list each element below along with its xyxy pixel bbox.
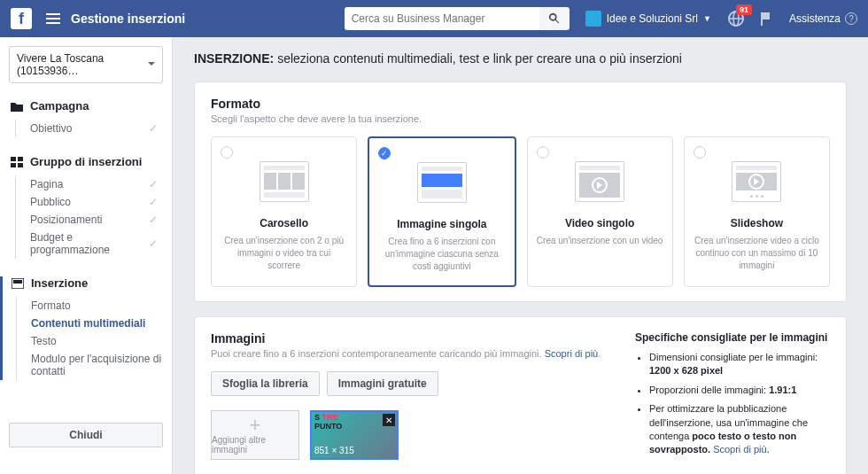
check-icon: ✓ <box>149 214 158 226</box>
learn-more-link[interactable]: Scopri di più <box>713 444 767 455</box>
nav-text[interactable]: Testo <box>31 332 163 350</box>
play-icon <box>592 177 608 193</box>
format-title: Formato <box>211 97 830 111</box>
menu-icon[interactable] <box>46 13 60 24</box>
search <box>345 7 570 30</box>
globe-icon[interactable]: 91 <box>727 10 745 27</box>
spec-item: Proporzioni delle immagini: 1.91:1 <box>649 384 830 397</box>
topbar-title: Gestione inserzioni <box>71 12 185 26</box>
add-image-button[interactable]: + Aggiungi altre immagini <box>211 410 299 460</box>
format-sub: Scegli l'aspetto che deve avere la tua i… <box>211 113 830 124</box>
close-button[interactable]: Chiudi <box>9 423 163 447</box>
play-icon <box>748 174 764 190</box>
notification-badge: 91 <box>736 4 752 15</box>
nav-page[interactable]: Pagina✓ <box>30 175 163 193</box>
nav-audience[interactable]: Pubblico✓ <box>30 193 163 211</box>
fb-logo[interactable]: f <box>11 8 32 29</box>
nav-campaign: Campagna Obiettivo✓ <box>9 99 163 137</box>
radio-icon <box>694 146 706 159</box>
free-images-button[interactable]: Immagini gratuite <box>327 371 438 396</box>
format-single-image[interactable]: Immagine singola Crea fino a 6 inserzion… <box>368 136 515 287</box>
spec-title: Specifiche consigliate per le immagini <box>635 331 830 344</box>
spec-item: Per ottimizzare la pubblicazione dell'in… <box>649 402 830 457</box>
radio-icon <box>537 146 549 159</box>
nav-budget[interactable]: Budget e programmazione✓ <box>30 229 163 259</box>
images-title: Immagini <box>211 331 614 346</box>
thumb-dimensions: 851 × 315 <box>314 446 354 455</box>
remove-image-button[interactable]: ✕ <box>383 414 395 426</box>
thumb-overlay-text: S TREPUNTO <box>314 414 342 431</box>
search-icon <box>548 12 561 25</box>
images-card: Immagini Puoi creare fino a 6 inserzioni… <box>194 316 847 474</box>
nav-media[interactable]: Contenuti multimediali <box>31 315 163 332</box>
format-slideshow[interactable]: Slideshow Crea un'inserzione video a cic… <box>684 136 830 287</box>
nav-objective[interactable]: Obiettivo✓ <box>30 120 163 137</box>
nav-adset: Gruppo di inserzioni Pagina✓ Pubblico✓ P… <box>9 155 163 259</box>
search-input[interactable] <box>345 7 539 30</box>
check-icon: ✓ <box>149 122 158 135</box>
svg-rect-8 <box>18 163 23 167</box>
format-card: Formato Scegli l'aspetto che deve avere … <box>194 82 847 302</box>
nav-form[interactable]: Modulo per l'acquisizione di contatti <box>31 350 163 380</box>
org-logo-icon <box>585 11 601 27</box>
topbar: f Gestione inserzioni Idee e Soluzioni S… <box>0 0 868 37</box>
svg-rect-5 <box>11 157 16 161</box>
svg-rect-7 <box>11 163 16 167</box>
spec-item: Dimensioni consigliate per le immagini: … <box>649 351 830 378</box>
learn-more-link[interactable]: Scopri di più <box>545 348 599 359</box>
svg-rect-10 <box>13 280 22 284</box>
nav-format[interactable]: Formato <box>31 297 163 315</box>
format-carousel[interactable]: Carosello Crea un'inserzione con 2 o più… <box>211 136 357 287</box>
sidebar: Vivere La Toscana (10153936… Campagna Ob… <box>0 37 173 474</box>
check-icon: ✓ <box>149 178 158 190</box>
check-icon: ✓ <box>149 196 158 208</box>
chevron-down-icon <box>148 62 155 69</box>
nav-campaign-head[interactable]: Campagna <box>9 99 163 113</box>
radio-icon <box>221 146 233 159</box>
org-selector[interactable]: Idee e Soluzioni Srl ▼ <box>585 11 711 27</box>
image-thumb[interactable]: S TREPUNTO ✕ 851 × 315 <box>310 410 399 460</box>
nav-ad-head[interactable]: Inserzione <box>10 276 163 290</box>
plus-icon: + <box>250 416 261 435</box>
org-name: Idee e Soluzioni Srl <box>607 12 698 25</box>
browse-library-button[interactable]: Sfoglia la libreria <box>211 371 320 396</box>
ad-icon <box>12 278 24 289</box>
page-heading: INSERZIONE: seleziona contenuti multimed… <box>194 51 847 66</box>
svg-rect-6 <box>18 157 23 161</box>
main: INSERZIONE: seleziona contenuti multimed… <box>173 37 868 474</box>
grid-icon <box>11 157 23 167</box>
format-video[interactable]: Video singolo Crea un'inserzione con un … <box>527 136 673 287</box>
help-icon: ? <box>845 12 857 25</box>
help-link[interactable]: Assistenza ? <box>789 12 857 25</box>
flag-icon[interactable] <box>757 10 775 27</box>
nav-ad: Inserzione Formato Contenuti multimedial… <box>0 276 163 380</box>
nav-placements[interactable]: Posizionamenti✓ <box>30 211 163 229</box>
nav-adset-head[interactable]: Gruppo di inserzioni <box>9 155 163 168</box>
search-button[interactable] <box>539 7 570 30</box>
folder-icon <box>11 101 23 112</box>
images-sub: Puoi creare fino a 6 inserzioni contempo… <box>211 348 614 359</box>
check-icon: ✓ <box>149 237 158 250</box>
account-selector[interactable]: Vivere La Toscana (10153936… <box>9 46 163 83</box>
svg-rect-4 <box>761 12 763 26</box>
